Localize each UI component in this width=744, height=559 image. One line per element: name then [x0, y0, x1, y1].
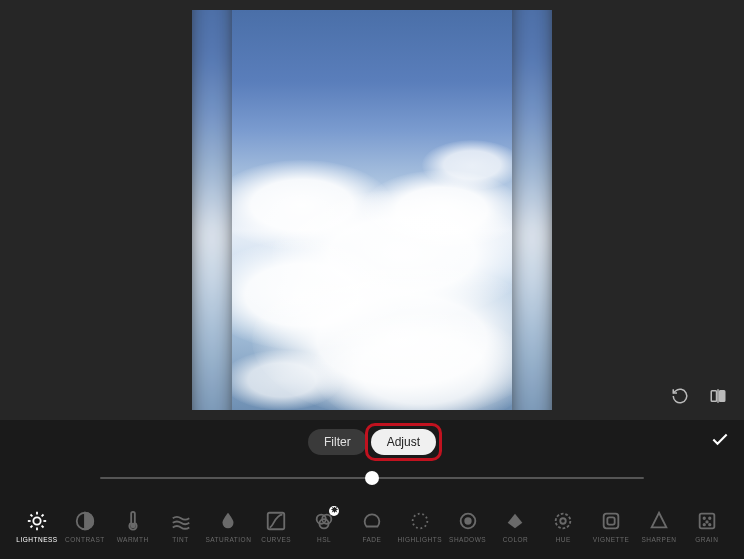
tab-adjust[interactable]: Adjust — [371, 429, 436, 455]
tool-highlights[interactable]: HIGHLIGHTS — [397, 510, 443, 543]
svg-point-27 — [709, 517, 710, 518]
tool-label: CONTRAST — [65, 536, 105, 543]
vignette-icon — [600, 510, 622, 532]
svg-point-13 — [131, 523, 135, 527]
tool-label: SATURATION — [205, 536, 251, 543]
adjust-slider[interactable] — [100, 477, 644, 479]
adjust-slider-thumb[interactable] — [365, 471, 379, 485]
svg-point-3 — [33, 517, 40, 524]
svg-point-29 — [703, 523, 704, 524]
svg-line-11 — [42, 514, 44, 516]
grain-icon — [696, 510, 718, 532]
svg-point-22 — [561, 518, 567, 524]
tab-filter-label: Filter — [324, 435, 351, 449]
tool-label: COLOR — [503, 536, 529, 543]
photo-stage — [0, 0, 744, 420]
color-icon — [504, 510, 526, 532]
shadows-icon — [457, 510, 479, 532]
tool-grain[interactable]: GRAIN — [684, 510, 730, 543]
tools-row: LIGHTNESS CONTRAST WARMTH TINT SATURATIO… — [0, 492, 744, 556]
tool-label: SHADOWS — [449, 536, 486, 543]
compare-icon — [709, 387, 727, 409]
photo-blur-left — [192, 10, 236, 410]
adjust-slider-row — [0, 464, 744, 492]
tool-tint[interactable]: TINT — [158, 510, 204, 543]
svg-point-30 — [709, 523, 710, 524]
compare-button[interactable] — [704, 384, 732, 412]
svg-point-26 — [703, 517, 704, 518]
mode-toggle-row: Filter Adjust — [0, 420, 744, 464]
tab-adjust-label: Adjust — [387, 435, 420, 449]
saturation-icon — [217, 510, 239, 532]
highlights-icon — [409, 510, 431, 532]
lightness-icon — [26, 510, 48, 532]
tool-label: HUE — [556, 536, 571, 543]
photo-preview[interactable] — [192, 10, 552, 410]
svg-line-10 — [30, 525, 32, 527]
tool-label: VIGNETTE — [593, 536, 630, 543]
tool-hue[interactable]: HUE — [540, 510, 586, 543]
tool-lightness[interactable]: LIGHTNESS — [14, 510, 60, 543]
stage-side-buttons — [666, 384, 732, 412]
tool-saturation[interactable]: SATURATION — [205, 510, 251, 543]
tool-label: WARMTH — [117, 536, 149, 543]
sharpen-icon — [648, 510, 670, 532]
tool-label: GRAIN — [695, 536, 718, 543]
tab-filter[interactable]: Filter — [308, 429, 367, 455]
tint-icon — [170, 510, 192, 532]
hue-icon — [552, 510, 574, 532]
tool-shadows[interactable]: SHADOWS — [445, 510, 491, 543]
tool-label: SHARPEN — [642, 536, 677, 543]
tool-label: LIGHTNESS — [16, 536, 57, 543]
tool-vignette[interactable]: VIGNETTE — [588, 510, 634, 543]
svg-rect-0 — [711, 391, 716, 402]
tool-label: FADE — [362, 536, 381, 543]
svg-point-18 — [412, 513, 427, 528]
curves-icon — [265, 510, 287, 532]
svg-rect-23 — [604, 513, 619, 528]
contrast-icon — [74, 510, 96, 532]
undo-button[interactable] — [666, 384, 694, 412]
tool-label: CURVES — [261, 536, 291, 543]
tool-fade[interactable]: FADE — [349, 510, 395, 543]
tool-label: HIGHLIGHTS — [397, 536, 442, 543]
photo-blur-right — [508, 10, 552, 410]
svg-rect-1 — [720, 391, 725, 402]
photo-core — [232, 10, 512, 410]
tool-label: HSL — [317, 536, 331, 543]
tool-badge — [329, 506, 339, 516]
tool-color[interactable]: COLOR — [492, 510, 538, 543]
warmth-icon — [122, 510, 144, 532]
svg-point-28 — [706, 521, 707, 522]
confirm-button[interactable] — [710, 430, 730, 455]
tool-curves[interactable]: CURVES — [253, 510, 299, 543]
svg-rect-24 — [607, 517, 614, 524]
svg-line-8 — [30, 514, 32, 516]
svg-line-9 — [42, 525, 44, 527]
check-icon — [710, 434, 730, 454]
fade-icon — [361, 510, 383, 532]
tool-label: TINT — [172, 536, 188, 543]
tool-contrast[interactable]: CONTRAST — [62, 510, 108, 543]
tool-hsl[interactable]: HSL — [301, 510, 347, 543]
tool-sharpen[interactable]: SHARPEN — [636, 510, 682, 543]
svg-point-21 — [556, 513, 571, 528]
tool-warmth[interactable]: WARMTH — [110, 510, 156, 543]
undo-icon — [671, 387, 689, 409]
svg-point-20 — [465, 518, 471, 524]
